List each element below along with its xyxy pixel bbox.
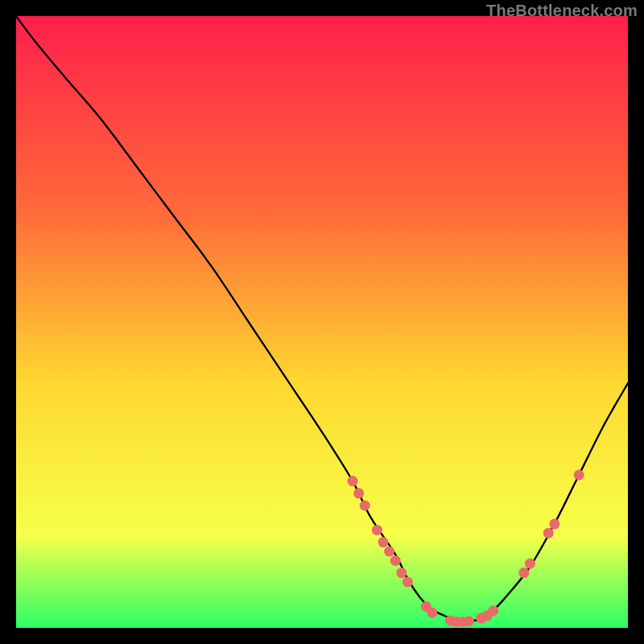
chart-svg	[16, 16, 628, 628]
data-marker	[402, 577, 413, 588]
data-marker	[518, 568, 529, 578]
data-marker	[525, 559, 535, 569]
data-marker	[372, 525, 382, 535]
data-marker	[543, 528, 554, 539]
data-marker	[464, 616, 474, 626]
data-marker	[378, 537, 389, 547]
data-marker	[353, 488, 364, 498]
plot-area	[16, 16, 628, 628]
data-marker	[384, 547, 394, 557]
gradient-background	[16, 16, 628, 628]
data-marker	[574, 470, 584, 481]
data-marker	[360, 501, 370, 511]
data-marker	[488, 605, 498, 616]
data-marker	[390, 555, 401, 566]
chart-stage: TheBottleneck.com	[0, 0, 644, 644]
data-marker	[549, 518, 559, 529]
data-marker	[348, 476, 358, 486]
data-marker	[427, 608, 437, 618]
data-marker	[396, 568, 407, 578]
